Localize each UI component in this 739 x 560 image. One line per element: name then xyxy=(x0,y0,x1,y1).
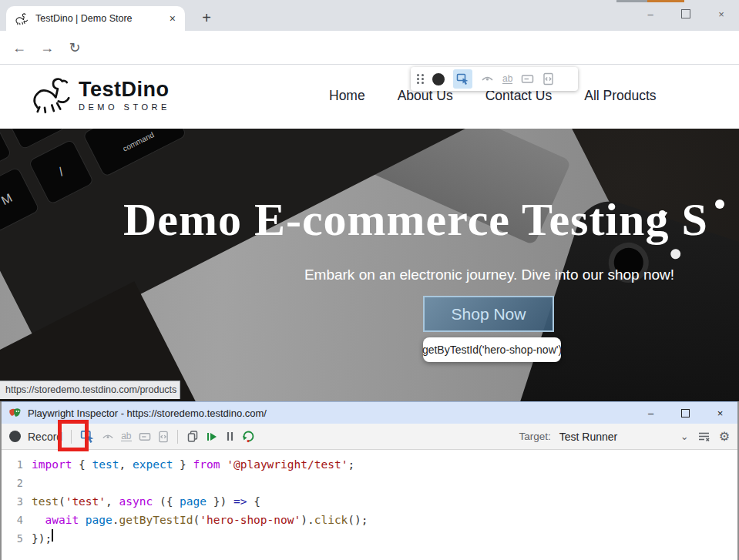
code-token: , xyxy=(119,455,133,474)
dino-logo-icon xyxy=(32,75,74,114)
hero-heading: Demo E-commerce Testing S xyxy=(123,193,708,246)
dino-favicon-icon xyxy=(15,12,29,25)
code-token: { xyxy=(72,455,92,474)
browser-toolbar: ← → ↻ storedemo.testdino.com ☆ ⋮ xyxy=(0,31,739,65)
locator-tooltip: getByTestId('hero-shop-now') xyxy=(423,337,561,362)
pause-icon[interactable] xyxy=(225,431,235,442)
line-number: 3 xyxy=(2,492,32,511)
pick-locator-button[interactable] xyxy=(80,429,95,444)
code-token: ) xyxy=(301,511,307,529)
chevron-down-icon[interactable]: ⌄ xyxy=(680,431,689,442)
browser-tab[interactable]: TestDino | Demo Store × xyxy=(6,6,185,31)
playwright-inspector-window: Playwright Inspector - https://storedemo… xyxy=(0,401,739,560)
line-number: 5 xyxy=(2,529,32,548)
code-token: '@playwright/test' xyxy=(227,455,348,474)
code-editor[interactable]: 1import { test, expect } from '@playwrig… xyxy=(2,450,737,560)
browser-close-button[interactable]: × xyxy=(704,2,739,25)
assert-text-icon[interactable]: ab xyxy=(121,432,131,441)
key-m: M xyxy=(0,166,40,233)
code-token: }); xyxy=(32,529,52,548)
site-logo[interactable]: TestDino DEMO STORE xyxy=(32,75,170,114)
copy-icon[interactable] xyxy=(186,430,199,443)
inspector-maximize-button[interactable] xyxy=(668,402,703,424)
maximize-icon xyxy=(681,9,690,18)
shop-now-button[interactable]: Shop Now xyxy=(423,296,554,332)
code-token: ; xyxy=(348,455,354,474)
highlight-dot xyxy=(715,200,724,209)
tab-close-icon[interactable]: × xyxy=(166,12,179,25)
code-line: 4 await page.getByTestId('hero-shop-now'… xyxy=(2,511,737,529)
record-toggle-icon[interactable] xyxy=(432,73,445,86)
nav-item-all-products[interactable]: All Products xyxy=(584,88,656,104)
site-header: TestDino DEMO STORE Home About Us Contac… xyxy=(0,65,739,129)
tab-title: TestDino | Demo Store xyxy=(35,13,166,24)
pick-locator-icon xyxy=(456,72,469,86)
hero-subheading: Embark on an electronic journey. Dive in… xyxy=(241,267,737,283)
step-over-icon[interactable] xyxy=(242,431,255,443)
logo-name: TestDino xyxy=(79,78,170,102)
assert-value-icon[interactable] xyxy=(521,72,534,86)
browser-minimize-button[interactable]: – xyxy=(633,2,668,25)
assert-visibility-eye-icon[interactable] xyxy=(481,72,494,86)
playwright-masks-icon xyxy=(8,407,22,419)
toolbar-divider xyxy=(177,430,178,444)
assert-value-icon[interactable] xyxy=(139,431,151,443)
key-command: ⌘ command xyxy=(82,129,187,177)
gear-icon[interactable]: ⚙ xyxy=(719,429,730,444)
record-label: Record xyxy=(28,431,62,443)
assert-snapshot-icon[interactable] xyxy=(542,72,554,86)
key-slash: / xyxy=(28,139,94,205)
code-token: 'hero-shop-now' xyxy=(200,511,301,529)
inspector-title: Playwright Inspector - https://storedemo… xyxy=(28,407,633,419)
target-label: Target: xyxy=(519,431,550,442)
assert-snapshot-icon[interactable] xyxy=(158,431,169,443)
code-token: (); xyxy=(348,511,368,529)
assert-visibility-eye-icon[interactable] xyxy=(102,431,114,443)
new-tab-button[interactable]: + xyxy=(196,7,217,29)
code-line: 5}); xyxy=(2,529,737,548)
code-token: { xyxy=(247,492,260,511)
code-token: ( xyxy=(193,511,200,529)
code-token: import xyxy=(32,455,72,474)
code-token: . xyxy=(307,511,314,529)
inspector-close-button[interactable]: × xyxy=(703,402,737,424)
nav-item-home[interactable]: Home xyxy=(329,88,365,104)
target-select[interactable]: Test Runner xyxy=(559,431,672,443)
toolbar-divider xyxy=(71,430,72,444)
record-toggle-icon[interactable] xyxy=(9,431,21,442)
inspector-minimize-button[interactable]: – xyxy=(633,402,668,424)
link-status-bar: https://storedemo.testdino.com/products xyxy=(0,381,180,399)
reload-button[interactable]: ↻ xyxy=(65,38,85,58)
code-line: 3test('test', async ({ page }) => { xyxy=(2,492,737,511)
browser-maximize-button[interactable] xyxy=(668,2,704,25)
code-line: 1import { test, expect } from '@playwrig… xyxy=(2,455,737,474)
code-token: , xyxy=(106,492,119,511)
code-token: test xyxy=(92,455,119,474)
drag-handle-icon[interactable] xyxy=(417,74,424,84)
inspector-toolbar-right: Target: Test Runner ⌄ ⚙ xyxy=(519,429,730,444)
browser-tab-strip: TestDino | Demo Store × + – × xyxy=(0,0,739,31)
code-token: click xyxy=(314,511,348,529)
inspector-titlebar[interactable]: Playwright Inspector - https://storedemo… xyxy=(2,401,737,424)
code-token: ({ xyxy=(153,492,180,511)
code-line: 2 xyxy=(2,474,737,492)
assert-text-icon[interactable]: ab xyxy=(502,75,512,84)
code-token: await xyxy=(45,511,79,529)
back-button[interactable]: ← xyxy=(9,38,29,58)
screen: TestDino | Demo Store × + – × ← → ↻ stor… xyxy=(0,0,739,560)
forward-button[interactable]: → xyxy=(37,38,57,58)
code-token: page xyxy=(180,492,207,511)
text-caret xyxy=(52,529,53,542)
phone-flash xyxy=(670,248,682,260)
logo-text: TestDino DEMO STORE xyxy=(79,78,170,112)
logo-tagline: DEMO STORE xyxy=(79,102,170,112)
code-token: async xyxy=(119,492,153,511)
playwright-overlay-toolbar: ab xyxy=(411,67,578,91)
code-token: }) xyxy=(207,492,233,511)
resume-icon[interactable] xyxy=(206,431,218,443)
code-token: page xyxy=(86,511,113,529)
pick-locator-button[interactable] xyxy=(453,69,472,89)
clear-log-icon[interactable] xyxy=(697,431,710,442)
code-token: expect xyxy=(133,455,173,474)
line-number: 2 xyxy=(2,474,32,492)
